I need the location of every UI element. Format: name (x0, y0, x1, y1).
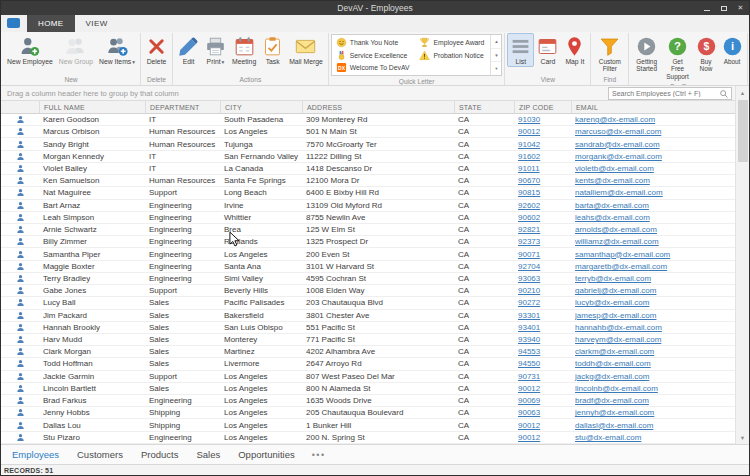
employee-row[interactable]: Leah SimpsonEngineeringWhittier8755 Newl… (1, 212, 735, 224)
email-link[interactable]: stu@dx-email.com (575, 433, 641, 442)
column-header-address[interactable]: ADDRESS (302, 101, 454, 113)
new-group-button[interactable]: New Group (56, 33, 96, 67)
edit-button[interactable]: Edit (175, 33, 202, 67)
employee-row[interactable]: Karen GoodsonITSouth Pasadena309 Montere… (1, 114, 735, 126)
zip-link[interactable]: 90731 (518, 372, 540, 381)
email-link[interactable]: violetb@dx-email.com (575, 164, 654, 173)
vertical-scrollbar[interactable]: ▲ ▼ (735, 86, 749, 444)
card-button[interactable]: Card (534, 33, 561, 67)
scroll-track[interactable] (736, 162, 749, 431)
delete-button[interactable]: Delete (143, 33, 170, 67)
get-free-support-button[interactable]: ?Get Free Support (662, 33, 693, 81)
gallery-dropdown[interactable]: ▾ (491, 62, 501, 75)
list-button[interactable]: List (507, 33, 534, 67)
gallery-scroll-down[interactable]: ▼ (491, 49, 501, 63)
employee-row[interactable]: Brad FarkusEngineeringLos Angeles1635 Wo… (1, 395, 735, 407)
zip-link[interactable]: 93401 (518, 323, 540, 332)
zip-link[interactable]: 90069 (518, 396, 540, 405)
app-menu-button[interactable] (7, 18, 20, 28)
welcome-to-devav-item[interactable]: DXWelcome To DevAV (332, 61, 416, 74)
email-link[interactable]: leahs@dx-email.com (575, 213, 650, 222)
zip-link[interactable]: 91602 (518, 152, 540, 161)
zip-link[interactable]: 93301 (518, 311, 540, 320)
email-link[interactable]: bradf@dx-email.com (575, 396, 649, 405)
meeting-button[interactable]: Meeting (229, 33, 259, 67)
email-link[interactable]: lincolnb@dx-email.com (575, 384, 658, 393)
zip-link[interactable]: 90071 (518, 250, 540, 259)
email-link[interactable]: clarkm@dx-email.com (575, 347, 654, 356)
zip-link[interactable]: 92821 (518, 225, 540, 234)
ribbon-tab-view[interactable]: VIEW (75, 15, 119, 32)
employee-row[interactable]: Gabe JonesSupportBeverly Hills1008 Elden… (1, 285, 735, 297)
new-items-button[interactable]: New Items▾ (96, 33, 138, 67)
zip-link[interactable]: 90272 (518, 298, 540, 307)
bottom-tab-customers[interactable]: Customers (68, 445, 132, 464)
email-link[interactable]: williamz@dx-email.com (575, 237, 659, 246)
zip-link[interactable]: 92704 (518, 262, 540, 271)
employee-row[interactable]: Violet BaileyITLa Canada1418 Descanso Dr… (1, 163, 735, 175)
zip-link[interactable]: 94553 (518, 347, 540, 356)
email-link[interactable]: kents@dx-email.com (575, 176, 650, 185)
column-header-city[interactable]: CITY (220, 101, 302, 113)
maximize-button[interactable] (715, 1, 732, 15)
column-header-zip-code[interactable]: ZIP CODE (514, 101, 571, 113)
bottom-tab-products[interactable]: Products (132, 445, 188, 464)
email-link[interactable]: jamesp@dx-email.com (575, 311, 656, 320)
email-link[interactable]: gabrielj@dx-email.com (575, 286, 656, 295)
custom-filter-button[interactable]: Custom Filter (593, 33, 626, 74)
employee-row[interactable]: Harv MuddSalesMonterey771 Pacific StCA93… (1, 334, 735, 346)
employee-row[interactable]: Sandy BrightHuman ResourcesTujunga7570 M… (1, 138, 735, 150)
gallery-scroll-up[interactable]: ▲ (491, 35, 501, 49)
email-link[interactable]: barta@dx-email.com (575, 201, 649, 210)
employee-row[interactable]: Bart ArnazEngineeringIrvine13109 Old Myf… (1, 200, 735, 212)
email-link[interactable]: jackg@dx-email.com (575, 372, 649, 381)
email-link[interactable]: toddh@dx-email.com (575, 359, 651, 368)
print-button[interactable]: Print▾ (202, 33, 229, 67)
zip-link[interactable]: 92602 (518, 201, 540, 210)
employee-row[interactable]: Marcus OrbisonHuman ResourcesLos Angeles… (1, 126, 735, 138)
zip-link[interactable]: 91030 (518, 115, 540, 124)
zip-link[interactable]: 91011 (518, 164, 540, 173)
employee-award-item[interactable]: Employee Award (415, 36, 490, 49)
zip-link[interactable]: 90670 (518, 176, 540, 185)
probation-notice-item[interactable]: Probation Notice (415, 49, 490, 62)
employee-row[interactable]: Jenny HobbsShippingLos Angeles205 Chauta… (1, 407, 735, 419)
email-link[interactable]: hannahb@dx-email.com (575, 323, 662, 332)
zip-link[interactable]: 90602 (518, 213, 540, 222)
email-link[interactable]: dallasl@dx-email.com (575, 421, 653, 430)
zip-link[interactable]: 90012 (518, 433, 540, 442)
email-link[interactable]: jennyh@dx-email.com (575, 408, 654, 417)
employee-row[interactable]: Morgan KennedyITSan Fernando Valley11222… (1, 151, 735, 163)
service-excellence-item[interactable]: Service Excellence (332, 49, 416, 62)
zip-link[interactable]: 94550 (518, 359, 540, 368)
column-header-icon[interactable] (1, 101, 39, 113)
zip-link[interactable]: 91042 (518, 140, 540, 149)
minimize-button[interactable] (698, 1, 715, 15)
employee-row[interactable]: Dallas LouShippingLos Angeles1 Bunker Hi… (1, 419, 735, 431)
email-link[interactable]: harveym@dx-email.com (575, 335, 661, 344)
employee-row[interactable]: Arnie SchwartzEngineeringBrea125 W Elm S… (1, 224, 735, 236)
getting-started-button[interactable]: Getting Started (631, 33, 662, 74)
about-button[interactable]: iAbout (719, 33, 745, 66)
employee-row[interactable]: Lincoln BartlettSalesLos Angeles800 N Al… (1, 383, 735, 395)
zip-link[interactable]: 93940 (518, 335, 540, 344)
employee-row[interactable]: Lucy BallSalesPacific Palisades203 Chaut… (1, 297, 735, 309)
zip-link[interactable]: 90210 (518, 286, 540, 295)
zip-link[interactable]: 90063 (518, 408, 540, 417)
bottom-tab-opportunities[interactable]: Opportunities (229, 445, 304, 464)
buy-now-button[interactable]: $Buy Now (693, 33, 719, 74)
email-link[interactable]: samanthap@dx-email.com (575, 250, 670, 259)
search-input[interactable] (609, 90, 719, 97)
email-link[interactable]: terryb@dx-email.com (575, 274, 651, 283)
mail-merge-button[interactable]: Mail Merge (286, 33, 326, 67)
zip-link[interactable]: 90815 (518, 188, 540, 197)
email-link[interactable]: kareng@dx-email.com (575, 115, 655, 124)
zip-link[interactable]: 90012 (518, 127, 540, 136)
employee-row[interactable]: Todd HoffmanSalesLivermore2647 Arroyo Rd… (1, 358, 735, 370)
employee-row[interactable]: Samantha PiperEngineeringLos Angeles200 … (1, 248, 735, 260)
task-button[interactable]: Task (259, 33, 286, 67)
employee-row[interactable]: Jackie GarminSupportLos Angeles807 West … (1, 371, 735, 383)
scroll-thumb[interactable] (738, 100, 748, 162)
scroll-up-icon[interactable]: ▲ (736, 86, 749, 99)
employee-row[interactable]: Terry BradleyEngineeringSimi Valley4595 … (1, 273, 735, 285)
